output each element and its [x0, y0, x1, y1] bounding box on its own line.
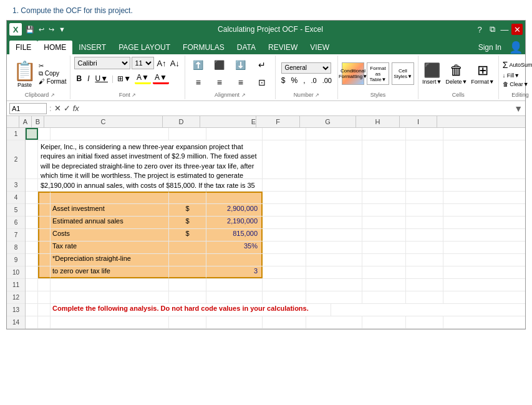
italic-btn[interactable]: I: [85, 74, 91, 84]
cell-b6[interactable]: [38, 217, 51, 228]
redo-qat-btn[interactable]: ↪: [47, 25, 56, 34]
formula-cancel-btn[interactable]: ✕: [54, 104, 61, 113]
cell-f5[interactable]: [263, 204, 306, 216]
formula-bar-expand-btn[interactable]: ▼: [514, 104, 523, 114]
cell-i7[interactable]: [406, 229, 443, 241]
insert-cells-btn[interactable]: ⬛ Insert▼: [422, 62, 442, 85]
cell-b3[interactable]: [38, 179, 51, 191]
cell-h3[interactable]: [362, 179, 406, 191]
tab-data[interactable]: DATA: [231, 41, 262, 54]
font-name-select[interactable]: Calibri: [74, 57, 130, 69]
cell-g7[interactable]: [306, 229, 362, 241]
cell-a6[interactable]: [26, 217, 38, 228]
cell-i5[interactable]: [406, 204, 443, 216]
formula-fx-btn[interactable]: fx: [73, 104, 79, 113]
cell-g4[interactable]: [306, 192, 362, 203]
cell-b8[interactable]: [38, 242, 51, 253]
format-as-table-btn[interactable]: Format asTable▼: [367, 62, 389, 85]
tab-review[interactable]: REVIEW: [262, 41, 304, 54]
merge-btn[interactable]: ⊡: [253, 74, 271, 90]
cell-e7[interactable]: 815,000: [206, 229, 263, 241]
conditional-formatting-btn[interactable]: ConditionalFormatting▼: [342, 62, 364, 85]
tab-formulas[interactable]: FORMULAS: [177, 41, 231, 54]
row-num-1[interactable]: 1: [7, 128, 25, 140]
tab-file[interactable]: FILE: [9, 41, 37, 54]
align-bottom-btn[interactable]: ⬇️: [231, 57, 250, 73]
cell-c11[interactable]: [51, 279, 169, 291]
cell-f1[interactable]: [263, 128, 306, 140]
clear-btn[interactable]: 🗑 Clear▼: [503, 81, 532, 87]
cell-i4[interactable]: [406, 192, 443, 203]
row-num-12[interactable]: 12: [7, 291, 25, 304]
row-num-8[interactable]: 8: [7, 242, 25, 254]
cell-d6[interactable]: $: [169, 217, 206, 228]
cell-a9[interactable]: [26, 254, 38, 266]
cell-i9[interactable]: [406, 254, 443, 266]
cell-b13[interactable]: [38, 304, 51, 316]
cell-d10[interactable]: [169, 266, 206, 278]
cell-h11[interactable]: [362, 279, 406, 291]
row-num-11[interactable]: 11: [7, 279, 25, 291]
cell-i2[interactable]: [406, 140, 443, 178]
fill-color-btn[interactable]: A▼: [135, 72, 151, 84]
delete-cells-btn[interactable]: 🗑 Delete▼: [445, 62, 467, 85]
restore-btn[interactable]: ⧉: [486, 24, 498, 35]
cell-f3[interactable]: [263, 179, 306, 191]
cell-e12[interactable]: [206, 291, 263, 303]
font-shrink-btn[interactable]: A↓: [169, 59, 181, 68]
cell-h10[interactable]: [362, 266, 406, 278]
cell-a10[interactable]: [26, 266, 38, 278]
cell-i10[interactable]: [406, 266, 443, 278]
cell-e6[interactable]: 2,190,000: [206, 217, 263, 228]
cell-c12[interactable]: [51, 291, 169, 303]
customize-qat-btn[interactable]: ▼: [57, 25, 67, 34]
paste-icon[interactable]: 📋: [13, 60, 36, 82]
cell-f11[interactable]: [263, 279, 306, 291]
tab-page-layout[interactable]: PAGE LAYOUT: [112, 41, 177, 54]
formula-confirm-btn[interactable]: ✓: [64, 104, 70, 113]
cell-d12[interactable]: [169, 291, 206, 303]
cell-b4[interactable]: [38, 192, 51, 203]
cell-b11[interactable]: [38, 279, 51, 291]
cell-i1[interactable]: [406, 128, 443, 140]
cell-styles-btn[interactable]: CellStyles▼: [392, 62, 414, 85]
row-num-5[interactable]: 5: [7, 204, 25, 217]
cell-g1[interactable]: [306, 128, 362, 140]
cell-h2[interactable]: [362, 140, 406, 178]
cell-d7[interactable]: $: [169, 229, 206, 241]
undo-qat-btn[interactable]: ↩: [37, 25, 46, 34]
comma-btn[interactable]: ,: [301, 76, 307, 85]
row-num-4[interactable]: 4: [7, 192, 25, 204]
cell-c1[interactable]: [51, 128, 169, 140]
cell-b7[interactable]: [38, 229, 51, 241]
cell-b5[interactable]: [38, 204, 51, 216]
minimize-btn[interactable]: —: [499, 24, 510, 35]
cut-btn[interactable]: ✂: [39, 62, 66, 69]
help-btn[interactable]: ?: [474, 24, 485, 35]
cell-i14[interactable]: [406, 316, 443, 328]
cell-f7[interactable]: [263, 229, 306, 241]
cell-f10[interactable]: [263, 266, 306, 278]
fill-btn[interactable]: ↓ Fill▼: [503, 72, 532, 79]
cell-h1[interactable]: [362, 128, 406, 140]
font-grow-btn[interactable]: A↑: [155, 59, 167, 68]
row-num-14[interactable]: 14: [7, 316, 25, 329]
cell-e9[interactable]: [206, 254, 263, 266]
cell-g9[interactable]: [306, 254, 362, 266]
cell-i3[interactable]: [406, 179, 443, 191]
cell-g12[interactable]: [306, 291, 362, 303]
align-middle-btn[interactable]: ⬛: [210, 57, 229, 73]
row-num-3[interactable]: 3: [7, 179, 25, 192]
cell-h14[interactable]: [362, 316, 406, 328]
format-cells-btn[interactable]: ⊞ Format▼: [471, 62, 494, 85]
cell-c7[interactable]: Costs: [51, 229, 169, 241]
cell-e11[interactable]: [206, 279, 263, 291]
cell-d8[interactable]: [169, 242, 206, 253]
font-size-select[interactable]: 11: [132, 57, 154, 69]
align-top-btn[interactable]: ⬆️: [189, 57, 208, 73]
cell-f12[interactable]: [263, 291, 306, 303]
cell-i11[interactable]: [406, 279, 443, 291]
cell-f6[interactable]: [263, 217, 306, 228]
cell-g2[interactable]: [306, 140, 362, 178]
align-center-btn[interactable]: ≡: [210, 74, 229, 90]
